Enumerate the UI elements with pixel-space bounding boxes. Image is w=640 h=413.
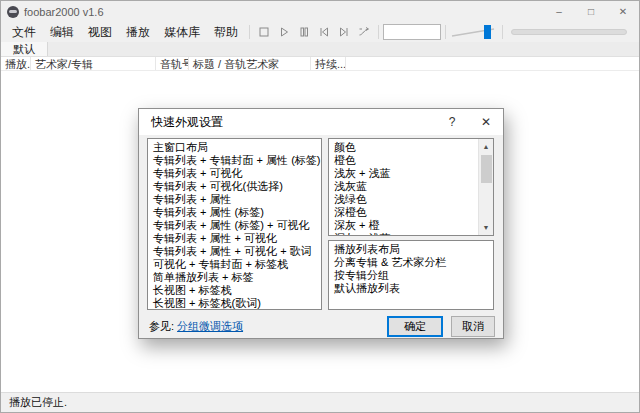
quick-appearance-dialog: 快速外观设置 ? ✕ 主窗口布局 专辑列表 + 专辑封面 + 属性 (标签) +… <box>138 108 504 339</box>
next-icon <box>338 26 350 38</box>
main-layout-option[interactable]: 专辑列表 + 专辑封面 + 属性 (标签) + 可视化 + 歌词 <box>148 154 321 167</box>
playlist-layout-option[interactable]: 按专辑分组 <box>329 269 493 282</box>
titlebar: foobar2000 v1.6 – □ ✕ <box>1 1 639 22</box>
toolbar-separator <box>249 25 250 39</box>
volume-slider[interactable] <box>450 23 498 41</box>
main-layout-option[interactable]: 专辑列表 + 属性 <box>148 193 321 206</box>
colors-scrollbar[interactable]: ▲ ▼ <box>478 139 493 235</box>
pause-icon <box>298 26 310 38</box>
main-layout-option[interactable]: 长视图 + 标签栈 <box>148 284 321 297</box>
window-controls: – □ ✕ <box>543 1 639 22</box>
menu-item[interactable]: 文件 <box>5 22 43 43</box>
color-option[interactable]: 深灰 + 橙 <box>329 219 478 232</box>
menu-item[interactable]: 视图 <box>81 22 119 43</box>
column-artist-album[interactable]: 艺术家/专辑 <box>31 57 156 70</box>
play-icon <box>278 26 290 38</box>
pattern-input[interactable] <box>383 24 441 40</box>
dialog-bottom-row: 参见: 分组微调选项 确定 取消 <box>149 316 495 337</box>
toolbar-separator <box>502 25 503 39</box>
dialog-titlebar: 快速外观设置 ? ✕ <box>139 109 503 135</box>
colors-list-header: 颜色 <box>329 141 478 154</box>
stop-icon <box>258 26 270 38</box>
previous-icon <box>318 26 330 38</box>
see-also-label: 参见: <box>149 319 174 334</box>
main-layout-option[interactable]: 专辑列表 + 属性 (标签) + 可视化 <box>148 219 321 232</box>
playlist-tab-bar: 默认 <box>1 42 639 57</box>
column-playing[interactable]: 播放... <box>1 57 31 70</box>
dialog-titlebar-buttons: ? ✕ <box>435 109 503 135</box>
main-layout-option[interactable]: 专辑列表 + 属性 (标签) <box>148 206 321 219</box>
close-button[interactable]: ✕ <box>607 1 639 22</box>
color-option[interactable]: 浅绿色 <box>329 193 478 206</box>
main-layout-option[interactable]: 专辑列表 + 属性 + 可视化 <box>148 232 321 245</box>
menu-item[interactable]: 帮助 <box>207 22 245 43</box>
dialog-close-button[interactable]: ✕ <box>469 109 503 135</box>
previous-button[interactable] <box>314 23 334 41</box>
dialog-buttons: 确定 取消 <box>387 316 495 337</box>
menu-item[interactable]: 媒体库 <box>157 22 207 43</box>
main-layout-option[interactable]: 简单播放列表 + 标签 <box>148 271 321 284</box>
toolbar-separator <box>445 25 446 39</box>
main-layout-option[interactable]: 长视图 + 标签栈(歌词) <box>148 297 321 310</box>
minimize-button[interactable]: – <box>543 1 575 22</box>
cancel-button[interactable]: 取消 <box>451 316 495 337</box>
color-option[interactable]: 深灰 + 浅蓝 <box>329 232 478 236</box>
main-layout-list[interactable]: 主窗口布局 专辑列表 + 专辑封面 + 属性 (标签) + 可视化 + 歌词专辑… <box>147 138 322 310</box>
tab-default[interactable]: 默认 <box>1 42 48 56</box>
grouping-options-link[interactable]: 分组微调选项 <box>177 319 243 334</box>
random-button[interactable] <box>354 23 374 41</box>
scroll-up-icon[interactable]: ▲ <box>479 139 493 154</box>
menu-item[interactable]: 播放 <box>119 22 157 43</box>
status-text: 播放已停止. <box>9 395 67 410</box>
playlist-layout-option[interactable]: 默认播放列表 <box>329 282 493 295</box>
app-window: foobar2000 v1.6 – □ ✕ 文件编辑视图播放媒体库帮助 默认 播… <box>0 0 640 413</box>
color-option[interactable]: 浅灰蓝 <box>329 180 478 193</box>
color-option[interactable]: 橙色 <box>329 154 478 167</box>
playlist-column-header: 播放... 艺术家/专辑 音轨号 标题 / 音轨艺术家 持续... <box>1 57 639 71</box>
ok-button[interactable]: 确定 <box>387 316 443 337</box>
playlist-layout-list[interactable]: 播放列表布局 分离专辑 & 艺术家分栏按专辑分组默认播放列表 <box>328 240 494 310</box>
main-layout-option[interactable]: 专辑列表 + 可视化 <box>148 167 321 180</box>
scroll-down-icon[interactable]: ▼ <box>479 220 493 235</box>
main-layout-option[interactable]: 可视化 + 专辑封面 + 标签栈 <box>148 258 321 271</box>
color-option[interactable]: 深橙色 <box>329 206 478 219</box>
colors-list[interactable]: 颜色 橙色浅灰 + 浅蓝浅灰蓝浅绿色深橙色深灰 + 橙深灰 + 浅蓝 ▲ ▼ <box>328 138 494 236</box>
menu-toolbar-row: 文件编辑视图播放媒体库帮助 <box>1 22 639 42</box>
column-track-number[interactable]: 音轨号 <box>156 57 189 70</box>
statusbar: 播放已停止. <box>1 392 639 412</box>
app-icon <box>7 6 19 18</box>
dialog-title: 快速外观设置 <box>151 114 223 131</box>
volume-handle[interactable] <box>484 25 491 39</box>
maximize-button[interactable]: □ <box>575 1 607 22</box>
main-layout-list-header: 主窗口布局 <box>148 141 321 154</box>
stop-button[interactable] <box>254 23 274 41</box>
next-button[interactable] <box>334 23 354 41</box>
column-title-track-artist[interactable]: 标题 / 音轨艺术家 <box>189 57 311 70</box>
playlist-layout-option[interactable]: 分离专辑 & 艺术家分栏 <box>329 256 493 269</box>
playlist-layout-list-header: 播放列表布局 <box>329 243 493 256</box>
column-duration[interactable]: 持续... <box>311 57 346 70</box>
window-title: foobar2000 v1.6 <box>24 6 104 18</box>
menubar: 文件编辑视图播放媒体库帮助 <box>5 22 245 43</box>
main-layout-option[interactable]: 专辑列表 + 可视化(供选择) <box>148 180 321 193</box>
toolbar-separator <box>378 25 379 39</box>
seekbar[interactable] <box>511 29 627 35</box>
help-button[interactable]: ? <box>435 109 469 135</box>
pause-button[interactable] <box>294 23 314 41</box>
random-icon <box>358 26 371 38</box>
menu-item[interactable]: 编辑 <box>43 22 81 43</box>
main-layout-option[interactable]: 专辑列表 + 属性 + 可视化 + 歌词 <box>148 245 321 258</box>
scroll-thumb[interactable] <box>481 155 492 183</box>
column-spacer <box>346 57 639 70</box>
play-button[interactable] <box>274 23 294 41</box>
color-option[interactable]: 浅灰 + 浅蓝 <box>329 167 478 180</box>
